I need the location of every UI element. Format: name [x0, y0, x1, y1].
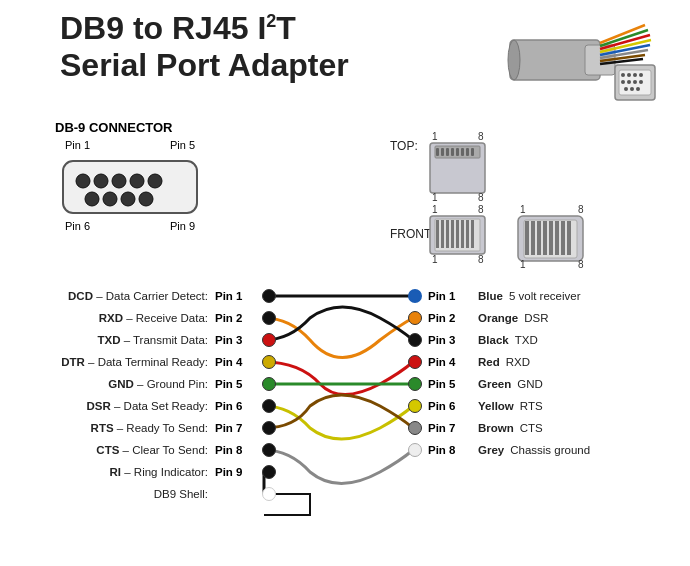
dot-row-9 [262, 483, 280, 505]
right-dot-2 [408, 333, 422, 347]
pin-row-rts: RTS – Ready To Send: [0, 417, 213, 439]
rpin-num-8: Pin 8 [426, 439, 476, 461]
rdot-row-6 [408, 417, 426, 439]
rpin-num-2: Pin 2 [426, 307, 476, 329]
dot-row-2 [262, 329, 280, 351]
svg-point-29 [148, 174, 162, 188]
svg-point-2 [508, 40, 520, 80]
pin-row-dcd: DCD – Data Carrier Detect: [0, 285, 213, 307]
svg-text:FRONT:: FRONT: [390, 227, 433, 241]
svg-rect-46 [471, 148, 474, 156]
svg-rect-69 [531, 221, 535, 255]
rcolor-row-5: Yellow RTS [478, 395, 688, 417]
desc-orange: DSR [524, 312, 548, 324]
title-area: DB9 to RJ45 I2T Serial Port Adapter [60, 10, 349, 84]
svg-point-28 [130, 174, 144, 188]
svg-text:8: 8 [578, 204, 584, 215]
rcolor-row-0: Blue 5 volt receiver [478, 285, 688, 307]
pin-row-cts: CTS – Clear To Send: [0, 439, 213, 461]
svg-point-32 [121, 192, 135, 206]
right-dots-col [408, 285, 426, 505]
svg-point-22 [630, 87, 634, 91]
rdot-row-4 [408, 373, 426, 395]
pin-row-ri: RI – Ring Indicator: [0, 461, 213, 483]
desc-red: RXD [506, 356, 530, 368]
pin-row-dtr: DTR – Data Terminal Ready: [0, 351, 213, 373]
pin-num-shell [213, 483, 261, 505]
svg-text:8: 8 [478, 131, 484, 142]
left-dot-4 [262, 377, 276, 391]
svg-rect-58 [456, 220, 459, 248]
color-green: Green [478, 378, 511, 390]
left-dot-8 [262, 465, 276, 479]
svg-point-27 [112, 174, 126, 188]
svg-rect-71 [543, 221, 547, 255]
color-blue: Blue [478, 290, 503, 302]
svg-point-19 [633, 80, 637, 84]
desc-black: TXD [515, 334, 538, 346]
title-line2: Serial Port Adapter [60, 47, 349, 84]
svg-text:1: 1 [432, 131, 438, 142]
dot-row-5 [262, 395, 280, 417]
left-pin-numbers: Pin 1 Pin 2 Pin 3 Pin 4 Pin 5 Pin 6 Pin … [213, 285, 261, 505]
svg-point-23 [636, 87, 640, 91]
svg-text:1: 1 [520, 204, 526, 215]
color-yellow: Yellow [478, 400, 514, 412]
pin-row-dsr: DSR – Data Set Ready: [0, 395, 213, 417]
svg-rect-73 [555, 221, 559, 255]
svg-point-21 [624, 87, 628, 91]
rpin-num-6: Pin 6 [426, 395, 476, 417]
pin-num-3: Pin 3 [213, 329, 261, 351]
db9-pin5-label: Pin 5 [170, 139, 195, 151]
rcolor-row-3: Red RXD [478, 351, 688, 373]
rdot-row-8 [408, 461, 426, 483]
rdot-row-5 [408, 395, 426, 417]
desc-blue: 5 volt receiver [509, 290, 581, 302]
svg-text:TOP:: TOP: [390, 139, 418, 153]
svg-point-13 [621, 73, 625, 77]
rpin-num-1: Pin 1 [426, 285, 476, 307]
svg-text:8: 8 [578, 259, 584, 270]
dot-row-6 [262, 417, 280, 439]
left-dot-0 [262, 289, 276, 303]
desc-yellow: RTS [520, 400, 543, 412]
right-color-labels: Blue 5 volt receiver Orange DSR Black TX… [478, 285, 688, 461]
left-dot-5 [262, 399, 276, 413]
dot-row-8 [262, 461, 280, 483]
dot-row-1 [262, 307, 280, 329]
color-black: Black [478, 334, 509, 346]
svg-point-30 [85, 192, 99, 206]
rdot-row-9 [408, 483, 426, 505]
desc-brown: CTS [520, 422, 543, 434]
rpin-num-empty1 [426, 461, 476, 483]
pin-num-6: Pin 6 [213, 395, 261, 417]
left-pin-labels: DCD – Data Carrier Detect: RXD – Receive… [0, 285, 213, 505]
db9-connector-body [55, 153, 205, 218]
adapter-image [500, 15, 660, 105]
rcolor-row-4: Green GND [478, 373, 688, 395]
right-dot-7 [408, 443, 422, 457]
pin-num-7: Pin 7 [213, 417, 261, 439]
svg-text:8: 8 [478, 254, 484, 265]
svg-point-26 [94, 174, 108, 188]
db9-pin-labels-top: Pin 1 Pin 5 [65, 139, 195, 151]
right-dot-0 [408, 289, 422, 303]
pin-row-shell: DB9 Shell: [0, 483, 213, 505]
svg-point-16 [639, 73, 643, 77]
db9-pin1-label: Pin 1 [65, 139, 90, 151]
svg-rect-74 [561, 221, 565, 255]
rdot-row-3 [408, 351, 426, 373]
svg-rect-72 [549, 221, 553, 255]
svg-point-31 [103, 192, 117, 206]
rpin-num-7: Pin 7 [426, 417, 476, 439]
color-grey: Grey [478, 444, 504, 456]
rcolor-row-7: Grey Chassis ground [478, 439, 688, 461]
left-dot-9 [262, 487, 276, 501]
svg-text:1: 1 [432, 204, 438, 215]
svg-rect-56 [446, 220, 449, 248]
db9-connector-diagram: DB-9 CONNECTOR Pin 1 Pin 5 Pin 6 Pin 9 [55, 120, 205, 232]
right-pin-numbers: Pin 1 Pin 2 Pin 3 Pin 4 Pin 5 Pin 6 Pin … [426, 285, 476, 505]
pin-num-8: Pin 8 [213, 439, 261, 461]
color-brown: Brown [478, 422, 514, 434]
svg-rect-54 [436, 220, 439, 248]
